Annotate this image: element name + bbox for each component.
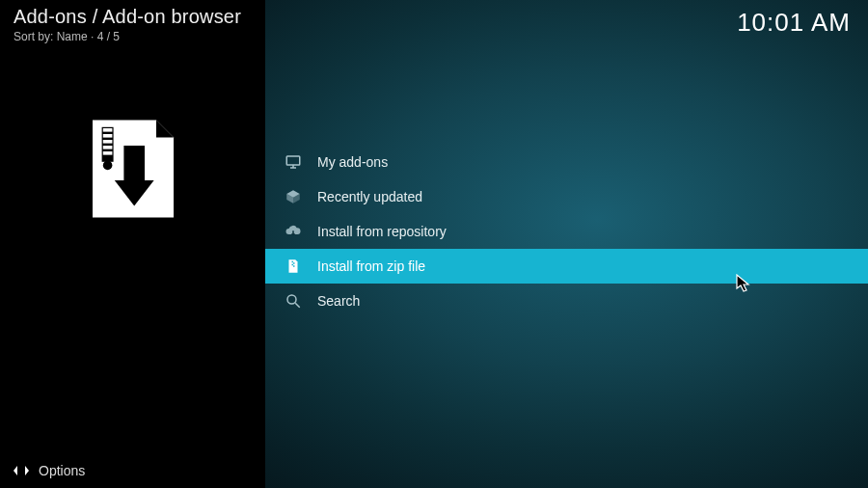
addon-thumbnail xyxy=(0,43,265,488)
svg-line-16 xyxy=(295,303,300,308)
list-item-label: My add-ons xyxy=(317,154,388,170)
list-item-label: Install from repository xyxy=(317,224,447,239)
svg-rect-13 xyxy=(292,264,294,266)
list-item-label: Recently updated xyxy=(317,189,422,204)
list-item-my-addons[interactable]: My add-ons xyxy=(265,145,868,179)
list-item-install-from-zip-file[interactable]: Install from zip file xyxy=(265,249,868,284)
svg-rect-7 xyxy=(123,146,145,180)
svg-rect-1 xyxy=(102,128,112,132)
package-open-icon xyxy=(285,188,302,205)
monitor-icon xyxy=(285,153,302,171)
svg-rect-0 xyxy=(101,127,113,162)
list-item-label: Install from zip file xyxy=(317,258,425,274)
clock: 10:01 AM xyxy=(737,8,851,38)
zip-download-icon xyxy=(75,111,191,227)
list-item-recently-updated[interactable]: Recently updated xyxy=(265,179,868,214)
sort-line: Sort by: Name · 4 / 5 xyxy=(14,30,252,43)
options-label: Options xyxy=(39,463,85,478)
svg-rect-5 xyxy=(102,151,112,155)
options-button[interactable]: Options xyxy=(0,453,265,488)
svg-rect-8 xyxy=(286,156,300,165)
list-item-label: Search xyxy=(317,293,360,309)
breadcrumb: Add-ons / Add-on browser xyxy=(14,6,252,28)
svg-point-15 xyxy=(287,295,296,304)
main-panel: 10:01 AM My add-ons Recently updated xyxy=(265,0,868,488)
svg-rect-2 xyxy=(102,134,112,138)
zip-file-icon xyxy=(285,258,302,275)
svg-rect-12 xyxy=(293,262,295,264)
options-arrows-icon xyxy=(14,463,29,478)
search-icon xyxy=(285,292,302,310)
svg-rect-14 xyxy=(293,265,295,267)
sidebar: Add-ons / Add-on browser Sort by: Name ·… xyxy=(0,0,265,488)
cloud-download-icon xyxy=(285,223,302,240)
list-item-search[interactable]: Search xyxy=(265,284,868,318)
svg-rect-3 xyxy=(102,140,112,144)
list-item-install-from-repository[interactable]: Install from repository xyxy=(265,214,868,249)
addon-browser-list: My add-ons Recently updated Install from… xyxy=(265,145,868,318)
svg-point-6 xyxy=(102,161,112,171)
svg-rect-4 xyxy=(102,146,112,149)
svg-rect-11 xyxy=(292,261,294,263)
